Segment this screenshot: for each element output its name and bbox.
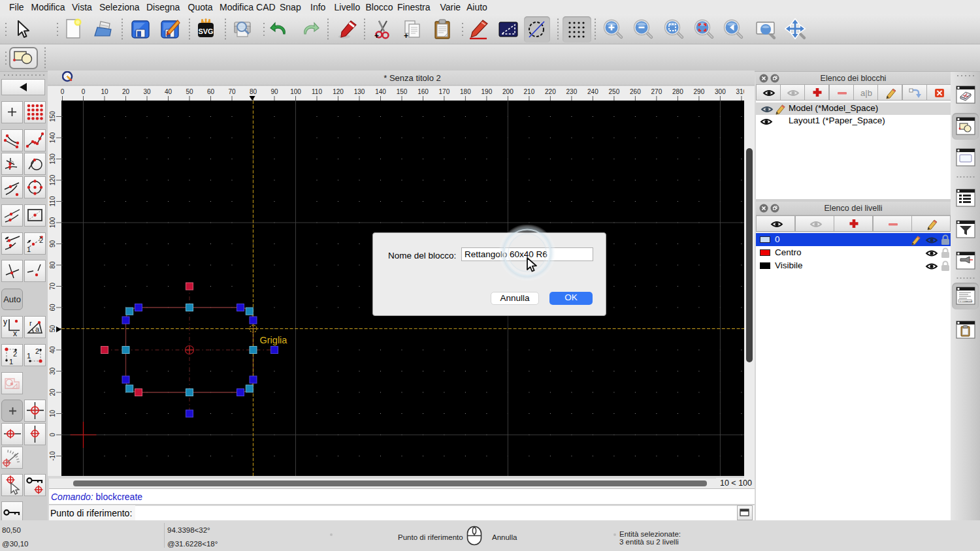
svg-text:130: 130 — [49, 153, 56, 165]
svg-text:220: 220 — [545, 88, 556, 95]
svg-text:-10: -10 — [49, 451, 56, 461]
svg-text:270: 270 — [651, 88, 662, 95]
svg-text:110: 110 — [312, 88, 322, 95]
svg-text:x: x — [13, 329, 17, 338]
svg-text:100: 100 — [49, 217, 56, 228]
svg-text:0: 0 — [61, 88, 65, 95]
svg-text:20: 20 — [122, 88, 130, 95]
svg-text:170: 170 — [439, 88, 450, 95]
svg-text:280: 280 — [672, 88, 683, 95]
svg-text:240: 240 — [587, 88, 598, 95]
svg-text:150: 150 — [49, 111, 56, 122]
svg-text:230: 230 — [566, 88, 578, 95]
svg-text:1: 1 — [27, 352, 31, 360]
svg-text:10: 10 — [49, 410, 56, 418]
svg-text:y: y — [3, 317, 7, 326]
svg-text:90: 90 — [270, 88, 278, 95]
svg-text:Griglia: Griglia — [260, 335, 288, 345]
svg-text:40: 40 — [49, 346, 56, 354]
svg-text:50: 50 — [49, 325, 56, 333]
svg-text:2: 2 — [13, 350, 17, 358]
svg-text:100: 100 — [290, 88, 301, 95]
svg-text:310: 310 — [736, 88, 744, 95]
svg-text:70: 70 — [228, 88, 236, 95]
svg-text:r: r — [29, 319, 32, 327]
svg-text:70: 70 — [49, 283, 56, 291]
svg-text:50: 50 — [186, 88, 193, 95]
svg-text:110: 110 — [49, 196, 56, 206]
svg-text:120: 120 — [49, 174, 56, 185]
svg-text:160: 160 — [417, 88, 429, 95]
svg-text:180: 180 — [460, 88, 471, 95]
svg-text:290: 290 — [694, 88, 705, 95]
svg-text:0: 0 — [82, 88, 86, 95]
svg-text:0: 0 — [49, 433, 56, 437]
svg-text:60: 60 — [49, 304, 56, 311]
svg-text:120: 120 — [333, 88, 344, 95]
svg-text:SVG: SVG — [198, 27, 213, 35]
svg-text:260: 260 — [630, 88, 641, 95]
svg-text:250: 250 — [609, 88, 620, 95]
svg-text:60: 60 — [207, 88, 215, 95]
svg-text:2: 2 — [35, 347, 39, 355]
svg-text:140: 140 — [375, 88, 386, 95]
svg-text:40: 40 — [165, 88, 172, 95]
svg-text:210: 210 — [524, 88, 535, 95]
svg-text:140: 140 — [49, 132, 56, 143]
svg-text:20: 20 — [49, 388, 56, 396]
svg-text:a|b: a|b — [860, 88, 872, 98]
svg-text:80: 80 — [49, 261, 56, 269]
svg-text:> command: > command — [960, 300, 972, 303]
svg-text:a: a — [35, 325, 40, 333]
svg-text:1: 1 — [9, 358, 13, 366]
svg-text:90: 90 — [49, 240, 56, 248]
svg-text:1: 1 — [27, 245, 31, 253]
svg-text:10: 10 — [101, 88, 108, 95]
svg-text:150: 150 — [397, 88, 408, 95]
svg-text:+: + — [374, 31, 379, 40]
svg-text:+: + — [404, 31, 408, 40]
svg-text:80: 80 — [250, 88, 257, 95]
svg-text:300: 300 — [715, 88, 726, 95]
svg-text:30: 30 — [49, 368, 56, 375]
svg-text:200: 200 — [502, 88, 514, 95]
svg-text:130: 130 — [354, 88, 365, 95]
svg-text:30: 30 — [143, 88, 151, 95]
svg-text:190: 190 — [482, 88, 493, 95]
